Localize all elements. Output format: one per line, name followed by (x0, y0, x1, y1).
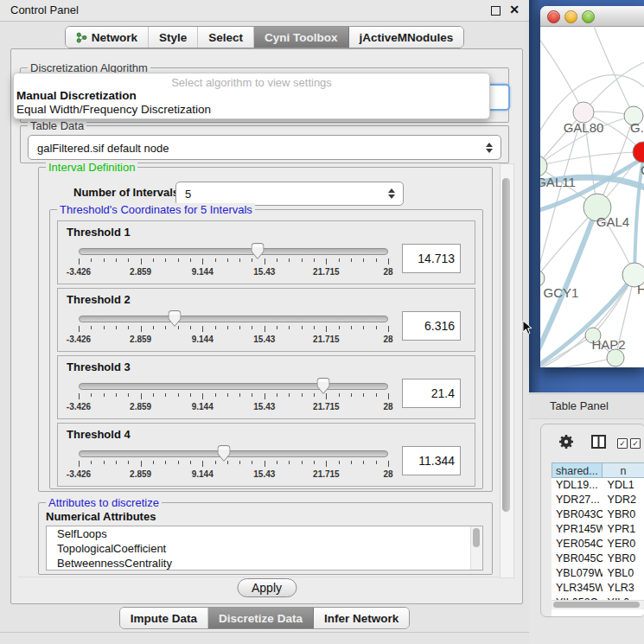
apply-button[interactable]: Apply (237, 578, 296, 597)
num-intervals-combo[interactable]: 5 (175, 182, 404, 206)
close-traffic-light-icon[interactable] (547, 10, 560, 23)
minimize-traffic-light-icon[interactable] (564, 10, 577, 23)
tick-mark (289, 393, 290, 397)
table-cell[interactable]: YPR1 (603, 522, 644, 537)
zoom-traffic-light-icon[interactable] (582, 10, 595, 23)
select-column-checkbox-icon[interactable]: ✓ (617, 438, 628, 449)
table-row[interactable]: YBL079WYBL0 (552, 566, 644, 581)
table-row[interactable]: YPR145WYPR1 (552, 522, 644, 537)
network-window-titlebar[interactable] (540, 6, 644, 27)
network-view-window[interactable]: GAL80 G. C GAL11 GAL4 GCY1 H HAP2 (540, 6, 644, 367)
float-window-icon[interactable] (491, 6, 501, 16)
column-header-shared-name[interactable]: shared... (552, 462, 603, 478)
tick-mark (289, 461, 290, 464)
tab-impute-data[interactable]: Impute Data (120, 608, 208, 628)
table-hscrollbar-thumb[interactable] (553, 602, 640, 608)
table-data-combo[interactable]: galFiltered.sif default node (28, 135, 501, 160)
slider-thumb[interactable] (251, 243, 264, 259)
table-cell[interactable]: YBL0 (603, 566, 644, 581)
table-data-title: Table Data (28, 119, 86, 132)
slider-ticks (79, 326, 388, 333)
slider-track[interactable] (79, 450, 388, 457)
threshold-value-field[interactable]: 21.4 (402, 379, 461, 408)
algorithm-option[interactable]: Manual Discretization (14, 89, 489, 103)
table-cell[interactable]: YBR0 (603, 507, 644, 522)
table-cell[interactable]: YLR3 (603, 581, 644, 596)
table-cell[interactable]: YER0 (603, 537, 644, 552)
algorithm-option[interactable]: Equal Width/Frequency Discretization (14, 103, 489, 117)
table-cell[interactable]: YLR345W (552, 581, 603, 596)
table-row[interactable]: YBR043CYBR0 (552, 507, 644, 522)
tick-mark (388, 326, 389, 332)
tab-jactivemnodules[interactable]: jActiveMNodules (349, 27, 464, 48)
tick-mark (165, 258, 166, 262)
network-graph[interactable]: GAL80 G. C GAL11 GAL4 GCY1 H HAP2 (540, 26, 644, 367)
tick-mark (252, 393, 252, 397)
tab-style[interactable]: Style (149, 27, 198, 48)
slider-track[interactable] (79, 383, 388, 390)
table-cell[interactable]: YBR043C (552, 507, 603, 522)
tick-mark (104, 393, 105, 397)
slider-thumb[interactable] (218, 445, 231, 462)
select-column-checkbox-icon[interactable]: ✓ (630, 438, 641, 449)
column-header-name[interactable]: n (603, 462, 644, 478)
table-cell[interactable]: YBL079W (552, 566, 603, 581)
table-cell[interactable]: YDR27... (552, 493, 603, 507)
network-node-gcy1[interactable] (540, 270, 545, 287)
tab-network[interactable]: Network (66, 27, 149, 48)
threshold-value-field[interactable]: 6.316 (402, 311, 461, 341)
threshold-value-field[interactable]: 14.713 (402, 244, 461, 273)
threshold-slider[interactable]: -3.4262.8599.14415.4321.71528 (79, 377, 388, 413)
panel-scrollbar-thumb[interactable] (502, 178, 510, 512)
tab-select[interactable]: Select (198, 27, 254, 48)
table-cell[interactable]: YDR2 (603, 493, 644, 507)
tab-cyni-toolbox[interactable]: Cyni Toolbox (254, 27, 349, 48)
table-row[interactable]: YBR045CYBR0 (552, 552, 644, 566)
node-table: shared... n YDL19...YDL1YDR27...YDR2YBR0… (552, 462, 644, 616)
tab-infer-network[interactable]: Infer Network (314, 608, 409, 628)
panel-titlebar: Control Panel ✕ (0, 0, 529, 22)
slider-thumb[interactable] (168, 310, 181, 327)
table-row[interactable]: YDL19...YDL1 (552, 478, 644, 493)
close-icon[interactable]: ✕ (509, 3, 520, 16)
table-row[interactable]: YER054CYER0 (552, 537, 644, 552)
tick-mark (388, 258, 389, 265)
network-node-selected[interactable] (633, 142, 644, 163)
table-cell[interactable]: YER054C (552, 537, 603, 552)
table-cell[interactable]: YBR045C (552, 552, 603, 566)
tick-mark (79, 461, 80, 467)
tick-mark (153, 461, 154, 464)
list-scrollbar[interactable] (470, 526, 482, 570)
interval-definition-title: Interval Definition (46, 161, 137, 174)
tick-mark (339, 258, 340, 262)
slider-track[interactable] (79, 316, 388, 322)
table-panel-body: ✓ ✓ shared... n YDL19...YDL1YDR27...YDR2… (540, 424, 644, 617)
attribute-item[interactable]: SelfLoops (47, 526, 482, 541)
slider-thumb[interactable] (316, 378, 329, 394)
tick-label: 9.144 (192, 402, 214, 411)
table-cell[interactable]: YPR145W (552, 522, 603, 537)
threshold-slider[interactable]: -3.4262.8599.14415.4321.71528 (79, 242, 388, 278)
tick-label: -3.426 (67, 267, 91, 277)
numerical-attributes-list[interactable]: SelfLoopsTopologicalCoefficientBetweenne… (46, 526, 483, 571)
tab-discretize-data[interactable]: Discretize Data (208, 608, 314, 628)
threshold-slider[interactable]: -3.4262.8599.14415.4321.71528 (79, 309, 388, 346)
tick-mark (302, 461, 303, 464)
table-cell[interactable]: YDL19... (552, 478, 603, 493)
table-row[interactable]: YDR27...YDR2 (552, 493, 644, 507)
slider-track[interactable] (79, 248, 388, 255)
network-node[interactable] (607, 349, 624, 367)
table-cell[interactable]: YDL1 (603, 478, 644, 493)
list-scrollbar-thumb[interactable] (473, 528, 480, 547)
column-layout-icon[interactable] (591, 435, 606, 449)
attribute-item[interactable]: BetweennessCentrality (47, 556, 482, 571)
table-row[interactable]: YLR345WYLR3 (552, 581, 644, 596)
table-cell[interactable]: YBR0 (603, 552, 644, 566)
threshold-slider[interactable]: -3.4262.8599.14415.4321.71528 (79, 444, 388, 481)
threshold-value-field[interactable]: 11.344 (402, 446, 461, 475)
table-toolbar: ✓ ✓ (541, 424, 644, 459)
panel-scrollbar[interactable] (500, 163, 514, 578)
table-hscrollbar[interactable] (552, 600, 644, 609)
attribute-item[interactable]: TopologicalCoefficient (47, 541, 482, 556)
settings-gear-icon[interactable] (558, 434, 574, 450)
